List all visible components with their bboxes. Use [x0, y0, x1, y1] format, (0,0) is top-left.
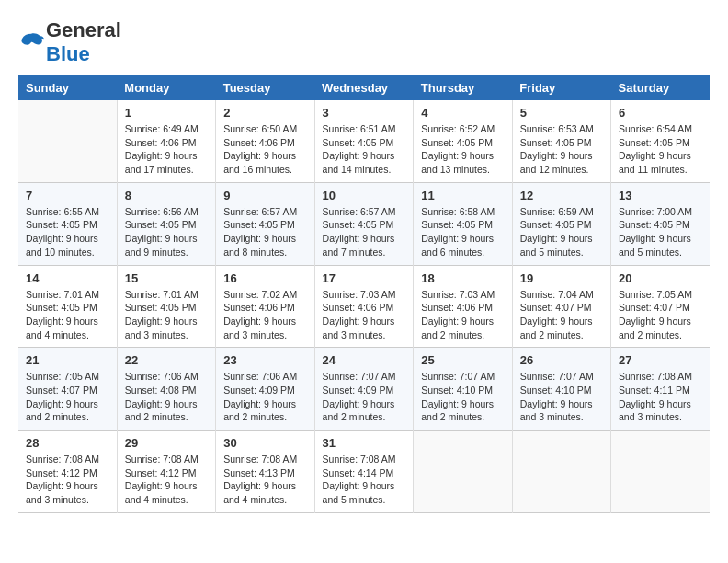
day-info: Sunrise: 7:01 AMSunset: 4:05 PMDaylight:…	[26, 288, 109, 342]
day-info: Sunrise: 6:51 AMSunset: 4:05 PMDaylight:…	[323, 122, 406, 177]
calendar-week-row: 28Sunrise: 7:08 AMSunset: 4:12 PMDayligh…	[18, 431, 710, 513]
day-number: 31	[323, 436, 406, 450]
day-number: 7	[26, 189, 109, 202]
day-number: 16	[223, 271, 306, 285]
day-info: Sunrise: 6:59 AMSunset: 4:05 PMDaylight:…	[520, 205, 603, 259]
calendar-cell: 8Sunrise: 6:56 AMSunset: 4:05 PMDaylight…	[117, 182, 215, 265]
calendar-cell: 29Sunrise: 7:08 AMSunset: 4:12 PMDayligh…	[117, 431, 215, 513]
day-info: Sunrise: 7:07 AMSunset: 4:10 PMDaylight:…	[421, 370, 505, 424]
day-number: 23	[223, 353, 306, 367]
calendar-cell	[18, 100, 117, 182]
logo: General Blue	[18, 18, 121, 66]
day-info: Sunrise: 7:04 AMSunset: 4:07 PMDaylight:…	[520, 288, 603, 342]
calendar-cell: 24Sunrise: 7:07 AMSunset: 4:09 PMDayligh…	[314, 348, 414, 431]
calendar-week-row: 7Sunrise: 6:55 AMSunset: 4:05 PMDaylight…	[18, 182, 710, 265]
calendar-cell: 23Sunrise: 7:06 AMSunset: 4:09 PMDayligh…	[216, 348, 314, 431]
day-number: 27	[619, 353, 702, 367]
day-number: 18	[421, 271, 505, 285]
day-number: 8	[125, 189, 208, 202]
day-info: Sunrise: 7:08 AMSunset: 4:13 PMDaylight:…	[223, 453, 306, 507]
day-number: 29	[125, 436, 208, 450]
col-monday: Monday	[117, 75, 215, 100]
calendar-cell: 17Sunrise: 7:03 AMSunset: 4:06 PMDayligh…	[314, 265, 414, 348]
calendar-week-row: 21Sunrise: 7:05 AMSunset: 4:07 PMDayligh…	[18, 348, 710, 431]
day-info: Sunrise: 6:49 AMSunset: 4:06 PMDaylight:…	[125, 122, 208, 177]
calendar-cell: 9Sunrise: 6:57 AMSunset: 4:05 PMDaylight…	[216, 182, 314, 265]
calendar-cell: 11Sunrise: 6:58 AMSunset: 4:05 PMDayligh…	[414, 182, 513, 265]
calendar-cell: 7Sunrise: 6:55 AMSunset: 4:05 PMDaylight…	[18, 182, 117, 265]
day-info: Sunrise: 7:06 AMSunset: 4:09 PMDaylight:…	[223, 370, 306, 424]
calendar-cell: 21Sunrise: 7:05 AMSunset: 4:07 PMDayligh…	[18, 348, 117, 431]
day-number: 21	[26, 353, 109, 367]
day-number: 15	[125, 271, 208, 285]
col-wednesday: Wednesday	[314, 75, 414, 100]
logo-blue-text: Blue	[46, 42, 90, 65]
calendar-cell: 12Sunrise: 6:59 AMSunset: 4:05 PMDayligh…	[512, 182, 610, 265]
day-info: Sunrise: 7:06 AMSunset: 4:08 PMDaylight:…	[125, 370, 208, 424]
day-info: Sunrise: 7:08 AMSunset: 4:12 PMDaylight:…	[125, 453, 208, 507]
logo-general-text: General	[46, 18, 121, 41]
day-number: 12	[520, 189, 603, 202]
day-number: 2	[223, 106, 306, 120]
day-info: Sunrise: 6:57 AMSunset: 4:05 PMDaylight:…	[223, 205, 306, 259]
calendar-cell: 20Sunrise: 7:05 AMSunset: 4:07 PMDayligh…	[611, 265, 710, 348]
calendar-cell: 3Sunrise: 6:51 AMSunset: 4:05 PMDaylight…	[314, 100, 414, 182]
day-number: 11	[421, 189, 505, 202]
calendar-cell: 1Sunrise: 6:49 AMSunset: 4:06 PMDaylight…	[117, 100, 215, 182]
day-number: 6	[619, 106, 702, 120]
calendar-cell: 22Sunrise: 7:06 AMSunset: 4:08 PMDayligh…	[117, 348, 215, 431]
day-info: Sunrise: 7:08 AMSunset: 4:14 PMDaylight:…	[323, 453, 406, 507]
col-saturday: Saturday	[611, 75, 710, 100]
day-info: Sunrise: 7:07 AMSunset: 4:10 PMDaylight:…	[520, 370, 603, 424]
day-number: 17	[323, 271, 406, 285]
day-number: 24	[323, 353, 406, 367]
day-number: 25	[421, 353, 505, 367]
calendar-week-row: 1Sunrise: 6:49 AMSunset: 4:06 PMDaylight…	[18, 100, 710, 182]
calendar-cell: 18Sunrise: 7:03 AMSunset: 4:06 PMDayligh…	[414, 265, 513, 348]
day-info: Sunrise: 6:53 AMSunset: 4:05 PMDaylight:…	[520, 122, 603, 177]
calendar-cell: 10Sunrise: 6:57 AMSunset: 4:05 PMDayligh…	[314, 182, 414, 265]
calendar-week-row: 14Sunrise: 7:01 AMSunset: 4:05 PMDayligh…	[18, 265, 710, 348]
day-info: Sunrise: 6:58 AMSunset: 4:05 PMDaylight:…	[421, 205, 505, 259]
day-number: 26	[520, 353, 603, 367]
day-info: Sunrise: 7:00 AMSunset: 4:05 PMDaylight:…	[619, 205, 702, 259]
day-number: 3	[323, 106, 406, 120]
day-info: Sunrise: 7:05 AMSunset: 4:07 PMDaylight:…	[26, 370, 109, 424]
col-sunday: Sunday	[18, 75, 117, 100]
day-info: Sunrise: 7:05 AMSunset: 4:07 PMDaylight:…	[619, 288, 702, 342]
calendar-cell: 15Sunrise: 7:01 AMSunset: 4:05 PMDayligh…	[117, 265, 215, 348]
day-number: 22	[125, 353, 208, 367]
day-number: 30	[223, 436, 306, 450]
calendar-cell	[611, 431, 710, 513]
day-info: Sunrise: 6:50 AMSunset: 4:06 PMDaylight:…	[223, 122, 306, 177]
calendar-cell: 5Sunrise: 6:53 AMSunset: 4:05 PMDaylight…	[512, 100, 610, 182]
day-number: 4	[421, 106, 505, 120]
day-number: 9	[223, 189, 306, 202]
day-number: 28	[26, 436, 109, 450]
day-info: Sunrise: 7:08 AMSunset: 4:12 PMDaylight:…	[26, 453, 109, 507]
day-number: 19	[520, 271, 603, 285]
day-info: Sunrise: 6:55 AMSunset: 4:05 PMDaylight:…	[26, 205, 109, 259]
calendar-cell: 19Sunrise: 7:04 AMSunset: 4:07 PMDayligh…	[512, 265, 610, 348]
day-number: 14	[26, 271, 109, 285]
day-info: Sunrise: 7:02 AMSunset: 4:06 PMDaylight:…	[223, 288, 306, 342]
calendar-cell: 4Sunrise: 6:52 AMSunset: 4:05 PMDaylight…	[414, 100, 513, 182]
day-info: Sunrise: 6:52 AMSunset: 4:05 PMDaylight:…	[421, 122, 505, 177]
day-number: 1	[125, 106, 208, 120]
calendar-table: Sunday Monday Tuesday Wednesday Thursday…	[18, 75, 710, 513]
calendar-cell	[414, 431, 513, 513]
day-number: 13	[619, 189, 702, 202]
day-info: Sunrise: 7:01 AMSunset: 4:05 PMDaylight:…	[125, 288, 208, 342]
calendar-cell: 2Sunrise: 6:50 AMSunset: 4:06 PMDaylight…	[216, 100, 314, 182]
calendar-cell: 27Sunrise: 7:08 AMSunset: 4:11 PMDayligh…	[611, 348, 710, 431]
day-number: 5	[520, 106, 603, 120]
day-info: Sunrise: 7:03 AMSunset: 4:06 PMDaylight:…	[323, 288, 406, 342]
day-info: Sunrise: 7:03 AMSunset: 4:06 PMDaylight:…	[421, 288, 505, 342]
calendar-header-row: Sunday Monday Tuesday Wednesday Thursday…	[18, 75, 710, 100]
page-header: General Blue	[18, 18, 710, 66]
day-number: 20	[619, 271, 702, 285]
day-info: Sunrise: 7:08 AMSunset: 4:11 PMDaylight:…	[619, 370, 702, 424]
calendar-cell: 13Sunrise: 7:00 AMSunset: 4:05 PMDayligh…	[611, 182, 710, 265]
calendar-cell	[512, 431, 610, 513]
day-number: 10	[323, 189, 406, 202]
